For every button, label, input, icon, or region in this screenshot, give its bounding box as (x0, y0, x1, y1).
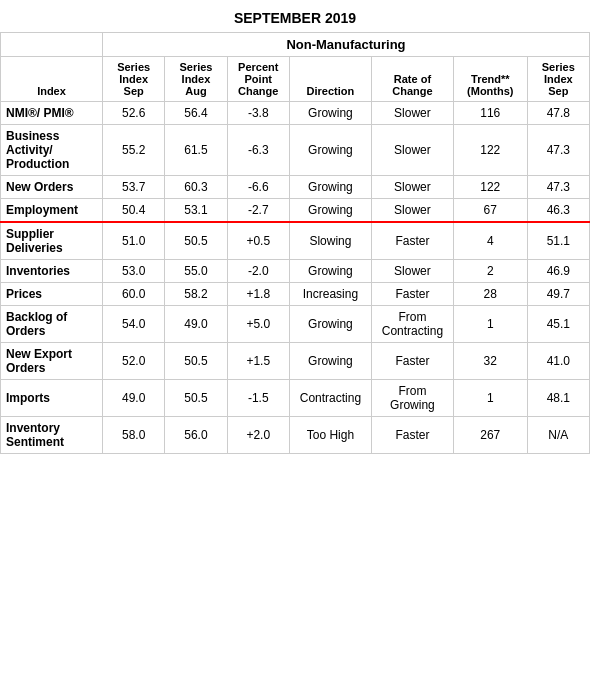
cell-index: Inventory Sentiment (1, 417, 103, 454)
th-index (1, 33, 103, 57)
cell-series-sep: 53.0 (102, 260, 164, 283)
cell-series-aug: 50.5 (165, 222, 227, 260)
cell-series-sep2: 41.0 (527, 343, 589, 380)
cell-series-sep: 52.6 (102, 102, 164, 125)
cell-direction: Growing (289, 306, 371, 343)
cell-series-sep2: 45.1 (527, 306, 589, 343)
cell-series-sep: 55.2 (102, 125, 164, 176)
cell-roc: Slower (371, 125, 453, 176)
cell-series-sep2: 49.7 (527, 283, 589, 306)
cell-series-sep: 54.0 (102, 306, 164, 343)
cell-series-sep: 49.0 (102, 380, 164, 417)
table-row: Employment50.453.1-2.7GrowingSlower6746.… (1, 199, 590, 223)
cell-trend: 122 (453, 176, 527, 199)
cell-ppc: +2.0 (227, 417, 289, 454)
cell-ppc: -1.5 (227, 380, 289, 417)
page-title: SEPTEMBER 2019 (0, 0, 590, 32)
cell-roc: Faster (371, 343, 453, 380)
cell-trend: 28 (453, 283, 527, 306)
cell-direction: Too High (289, 417, 371, 454)
table-row: Inventories53.055.0-2.0GrowingSlower246.… (1, 260, 590, 283)
th-trend: Trend** (Months) (453, 57, 527, 102)
cell-series-aug: 50.5 (165, 343, 227, 380)
cell-series-aug: 56.0 (165, 417, 227, 454)
cell-series-sep: 58.0 (102, 417, 164, 454)
cell-trend: 4 (453, 222, 527, 260)
cell-ppc: -3.8 (227, 102, 289, 125)
cell-ppc: -2.7 (227, 199, 289, 223)
cell-roc: From Contracting (371, 306, 453, 343)
cell-trend: 1 (453, 306, 527, 343)
cell-direction: Growing (289, 125, 371, 176)
th-index-label: Index (1, 57, 103, 102)
cell-series-aug: 55.0 (165, 260, 227, 283)
cell-ppc: -6.6 (227, 176, 289, 199)
cell-trend: 116 (453, 102, 527, 125)
cell-trend: 67 (453, 199, 527, 223)
cell-series-sep2: 46.9 (527, 260, 589, 283)
cell-index: NMI®/ PMI® (1, 102, 103, 125)
cell-trend: 1 (453, 380, 527, 417)
cell-index: Prices (1, 283, 103, 306)
cell-ppc: -2.0 (227, 260, 289, 283)
cell-direction: Growing (289, 102, 371, 125)
table-row: Business Activity/ Production55.261.5-6.… (1, 125, 590, 176)
cell-series-sep: 52.0 (102, 343, 164, 380)
cell-series-sep: 50.4 (102, 199, 164, 223)
cell-direction: Increasing (289, 283, 371, 306)
cell-roc: Faster (371, 222, 453, 260)
cell-trend: 2 (453, 260, 527, 283)
cell-series-sep2: 47.8 (527, 102, 589, 125)
cell-series-sep: 51.0 (102, 222, 164, 260)
cell-index: New Orders (1, 176, 103, 199)
cell-ppc: +5.0 (227, 306, 289, 343)
table-row: Inventory Sentiment58.056.0+2.0Too HighF… (1, 417, 590, 454)
cell-index: Imports (1, 380, 103, 417)
cell-series-sep2: 47.3 (527, 176, 589, 199)
cell-series-aug: 61.5 (165, 125, 227, 176)
th-ppc: Percent Point Change (227, 57, 289, 102)
cell-ppc: -6.3 (227, 125, 289, 176)
table-row: New Orders53.760.3-6.6GrowingSlower12247… (1, 176, 590, 199)
cell-direction: Growing (289, 176, 371, 199)
table-row: New Export Orders52.050.5+1.5GrowingFast… (1, 343, 590, 380)
cell-index: Inventories (1, 260, 103, 283)
cell-direction: Slowing (289, 222, 371, 260)
cell-index: Business Activity/ Production (1, 125, 103, 176)
cell-direction: Growing (289, 343, 371, 380)
th-series-aug: Series Index Aug (165, 57, 227, 102)
cell-roc: Slower (371, 176, 453, 199)
th-series-sep2: Series Index Sep (527, 57, 589, 102)
cell-series-sep2: 51.1 (527, 222, 589, 260)
cell-series-sep2: 46.3 (527, 199, 589, 223)
cell-series-aug: 49.0 (165, 306, 227, 343)
table-row: Imports49.050.5-1.5ContractingFrom Growi… (1, 380, 590, 417)
cell-roc: Faster (371, 417, 453, 454)
cell-series-aug: 53.1 (165, 199, 227, 223)
cell-roc: Slower (371, 102, 453, 125)
table-row: Prices60.058.2+1.8IncreasingFaster2849.7 (1, 283, 590, 306)
cell-series-aug: 58.2 (165, 283, 227, 306)
cell-series-sep2: N/A (527, 417, 589, 454)
cell-roc: From Growing (371, 380, 453, 417)
cell-trend: 32 (453, 343, 527, 380)
th-direction: Direction (289, 57, 371, 102)
cell-roc: Slower (371, 199, 453, 223)
cell-ppc: +1.8 (227, 283, 289, 306)
cell-series-sep: 60.0 (102, 283, 164, 306)
cell-series-aug: 56.4 (165, 102, 227, 125)
cell-series-aug: 50.5 (165, 380, 227, 417)
cell-direction: Contracting (289, 380, 371, 417)
cell-direction: Growing (289, 199, 371, 223)
cell-trend: 267 (453, 417, 527, 454)
cell-series-aug: 60.3 (165, 176, 227, 199)
cell-index: New Export Orders (1, 343, 103, 380)
cell-direction: Growing (289, 260, 371, 283)
th-series-sep: Series Index Sep (102, 57, 164, 102)
cell-index: Supplier Deliveries (1, 222, 103, 260)
table-row: NMI®/ PMI®52.656.4-3.8GrowingSlower11647… (1, 102, 590, 125)
cell-series-sep: 53.7 (102, 176, 164, 199)
cell-ppc: +1.5 (227, 343, 289, 380)
cell-roc: Slower (371, 260, 453, 283)
cell-ppc: +0.5 (227, 222, 289, 260)
